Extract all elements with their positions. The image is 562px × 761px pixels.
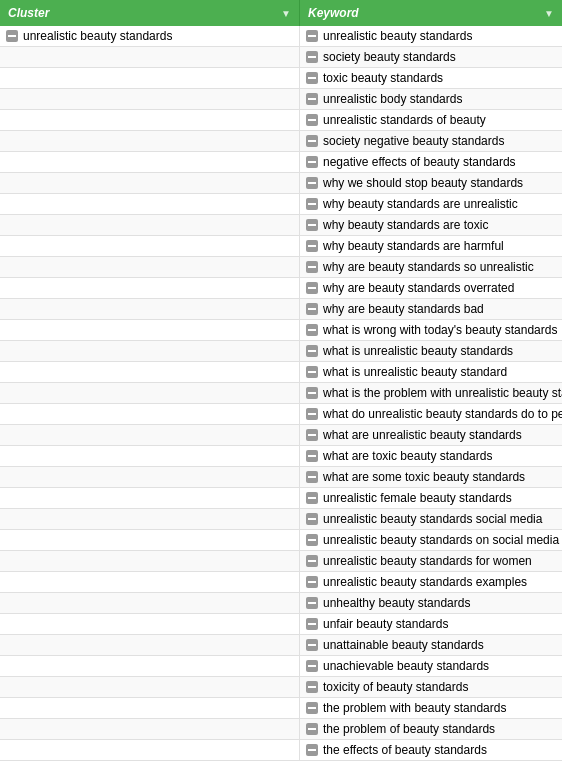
table-row: what do unrealistic beauty standards do … <box>0 404 562 425</box>
cluster-cell <box>0 404 300 424</box>
keyword-cell: why beauty standards are harmful <box>300 236 562 256</box>
keyword-minus-icon[interactable] <box>306 597 318 609</box>
keyword-cell: why we should stop beauty standards <box>300 173 562 193</box>
keyword-cell: unrealistic female beauty standards <box>300 488 562 508</box>
cluster-cell <box>0 341 300 361</box>
keyword-minus-icon[interactable] <box>306 93 318 105</box>
keyword-value: toxic beauty standards <box>323 71 443 85</box>
table-row: what is unrealistic beauty standards <box>0 341 562 362</box>
table-row: the effects of beauty standards <box>0 740 562 761</box>
keyword-minus-icon[interactable] <box>306 660 318 672</box>
keyword-minus-icon[interactable] <box>306 492 318 504</box>
keyword-minus-icon[interactable] <box>306 702 318 714</box>
keyword-value: the problem of beauty standards <box>323 722 495 736</box>
keyword-cell: what are some toxic beauty standards <box>300 467 562 487</box>
cluster-header[interactable]: Cluster ▼ <box>0 0 300 26</box>
keyword-cell: why beauty standards are toxic <box>300 215 562 235</box>
keyword-value: what is unrealistic beauty standard <box>323 365 507 379</box>
keyword-cell: the problem with beauty standards <box>300 698 562 718</box>
keyword-minus-icon[interactable] <box>306 429 318 441</box>
cluster-cell <box>0 614 300 634</box>
keyword-minus-icon[interactable] <box>306 51 318 63</box>
keyword-cell: the effects of beauty standards <box>300 740 562 760</box>
keyword-cell: unfair beauty standards <box>300 614 562 634</box>
keyword-value: society negative beauty standards <box>323 134 504 148</box>
keyword-cell: unrealistic beauty standards examples <box>300 572 562 592</box>
table-row: unrealistic female beauty standards <box>0 488 562 509</box>
cluster-cell <box>0 131 300 151</box>
keyword-minus-icon[interactable] <box>306 681 318 693</box>
keyword-minus-icon[interactable] <box>306 219 318 231</box>
keyword-minus-icon[interactable] <box>306 30 318 42</box>
keyword-minus-icon[interactable] <box>306 345 318 357</box>
keyword-value: unrealistic body standards <box>323 92 462 106</box>
keyword-value: why are beauty standards overrated <box>323 281 514 295</box>
keyword-minus-icon[interactable] <box>306 324 318 336</box>
keyword-minus-icon[interactable] <box>306 723 318 735</box>
keyword-minus-icon[interactable] <box>306 555 318 567</box>
cluster-cell <box>0 299 300 319</box>
keyword-value: unattainable beauty standards <box>323 638 484 652</box>
table-row: why beauty standards are harmful <box>0 236 562 257</box>
keyword-minus-icon[interactable] <box>306 282 318 294</box>
table-row: unrealistic beauty standardsunrealistic … <box>0 26 562 47</box>
keyword-value: what are some toxic beauty standards <box>323 470 525 484</box>
keyword-minus-icon[interactable] <box>306 576 318 588</box>
keyword-value: unrealistic female beauty standards <box>323 491 512 505</box>
keyword-minus-icon[interactable] <box>306 366 318 378</box>
table-header: Cluster ▼ Keyword ▼ <box>0 0 562 26</box>
keyword-cell: society beauty standards <box>300 47 562 67</box>
table-row: unrealistic beauty standards for women <box>0 551 562 572</box>
keyword-cell: why beauty standards are unrealistic <box>300 194 562 214</box>
cluster-cell <box>0 446 300 466</box>
keyword-minus-icon[interactable] <box>306 471 318 483</box>
keyword-minus-icon[interactable] <box>306 639 318 651</box>
cluster-cell <box>0 173 300 193</box>
keyword-cell: what are toxic beauty standards <box>300 446 562 466</box>
keyword-cell: unhealthy beauty standards <box>300 593 562 613</box>
keyword-minus-icon[interactable] <box>306 72 318 84</box>
collapse-icon[interactable] <box>6 30 18 42</box>
cluster-cell <box>0 530 300 550</box>
keyword-header[interactable]: Keyword ▼ <box>300 0 562 26</box>
keyword-value: unrealistic beauty standards <box>323 29 472 43</box>
keyword-cell: unattainable beauty standards <box>300 635 562 655</box>
keyword-cell: what are unrealistic beauty standards <box>300 425 562 445</box>
keyword-cell: society negative beauty standards <box>300 131 562 151</box>
table-row: the problem of beauty standards <box>0 719 562 740</box>
keyword-cell: unrealistic body standards <box>300 89 562 109</box>
keyword-minus-icon[interactable] <box>306 744 318 756</box>
keyword-minus-icon[interactable] <box>306 114 318 126</box>
keyword-minus-icon[interactable] <box>306 303 318 315</box>
keyword-minus-icon[interactable] <box>306 177 318 189</box>
cluster-cell <box>0 635 300 655</box>
table-row: the problem with beauty standards <box>0 698 562 719</box>
keyword-cell: what is the problem with unrealistic bea… <box>300 383 562 403</box>
cluster-filter-icon[interactable]: ▼ <box>281 8 291 19</box>
keyword-minus-icon[interactable] <box>306 534 318 546</box>
keyword-minus-icon[interactable] <box>306 240 318 252</box>
keyword-minus-icon[interactable] <box>306 156 318 168</box>
table-row: society negative beauty standards <box>0 131 562 152</box>
keyword-minus-icon[interactable] <box>306 408 318 420</box>
table-row: unhealthy beauty standards <box>0 593 562 614</box>
keyword-value: negative effects of beauty standards <box>323 155 516 169</box>
table-row: society beauty standards <box>0 47 562 68</box>
keyword-minus-icon[interactable] <box>306 261 318 273</box>
table-row: what is unrealistic beauty standard <box>0 362 562 383</box>
cluster-cell <box>0 677 300 697</box>
keyword-minus-icon[interactable] <box>306 450 318 462</box>
keyword-filter-icon[interactable]: ▼ <box>544 8 554 19</box>
cluster-cell <box>0 47 300 67</box>
keyword-minus-icon[interactable] <box>306 135 318 147</box>
cluster-cell <box>0 719 300 739</box>
table-row: what is the problem with unrealistic bea… <box>0 383 562 404</box>
keyword-minus-icon[interactable] <box>306 513 318 525</box>
table-row: unfair beauty standards <box>0 614 562 635</box>
keyword-value: what are toxic beauty standards <box>323 449 492 463</box>
cluster-cell <box>0 257 300 277</box>
keyword-minus-icon[interactable] <box>306 198 318 210</box>
cluster-cell <box>0 572 300 592</box>
keyword-minus-icon[interactable] <box>306 618 318 630</box>
keyword-minus-icon[interactable] <box>306 387 318 399</box>
